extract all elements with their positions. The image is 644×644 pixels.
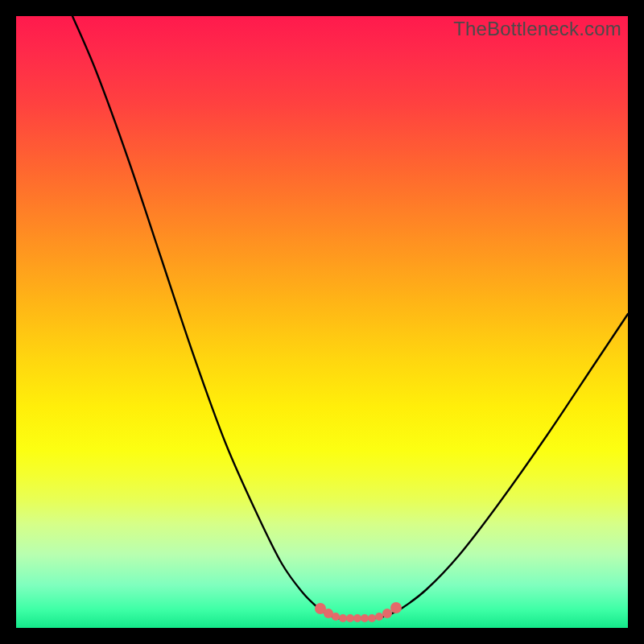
marker-dot	[339, 614, 347, 622]
chart-frame: TheBottleneck.com	[0, 0, 644, 644]
bottom-marker-cluster	[315, 602, 402, 622]
marker-dot	[332, 613, 340, 621]
chart-plot-area: TheBottleneck.com	[16, 16, 628, 628]
marker-dot	[375, 613, 383, 621]
marker-dot	[353, 614, 361, 622]
marker-dot	[382, 609, 392, 618]
marker-dot	[390, 602, 402, 613]
marker-dot	[346, 614, 354, 622]
marker-dot	[368, 614, 376, 622]
marker-dot	[361, 614, 369, 622]
bottleneck-curve	[72, 16, 628, 618]
chart-svg	[16, 16, 628, 628]
